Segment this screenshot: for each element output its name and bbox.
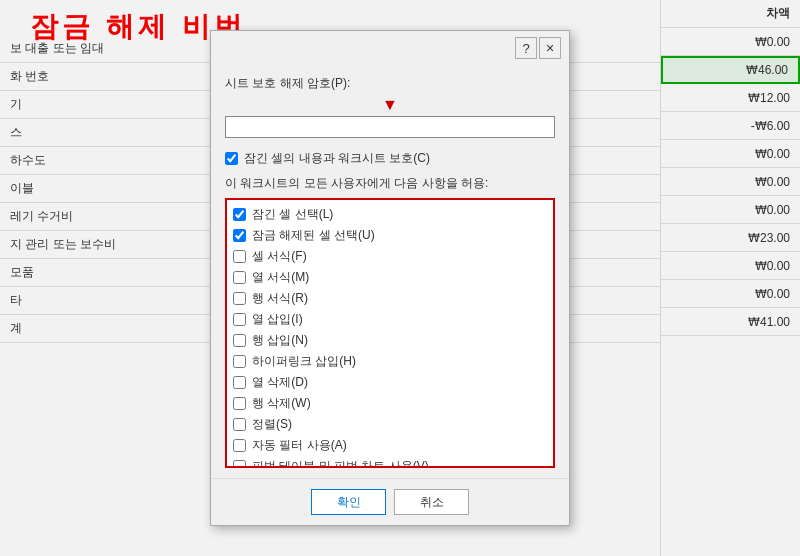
- list-item[interactable]: 열 삽입(I): [229, 309, 551, 330]
- permission-checkbox[interactable]: [233, 334, 246, 347]
- permission-checkbox[interactable]: [233, 397, 246, 410]
- list-item-label: 잠긴 셀 선택(L): [252, 206, 333, 223]
- worksheet-protect-checkbox[interactable]: [225, 152, 238, 165]
- permission-checkbox[interactable]: [233, 460, 246, 466]
- permission-checkbox[interactable]: [233, 313, 246, 326]
- permission-checkbox[interactable]: [233, 376, 246, 389]
- list-item-label: 자동 필터 사용(A): [252, 437, 347, 454]
- list-item-label: 행 삭제(W): [252, 395, 311, 412]
- list-item[interactable]: 하이퍼링크 삽입(H): [229, 351, 551, 372]
- list-item-label: 정렬(S): [252, 416, 292, 433]
- list-item-label: 열 삽입(I): [252, 311, 303, 328]
- permission-checkbox[interactable]: [233, 229, 246, 242]
- dialog-close-button[interactable]: ×: [539, 37, 561, 59]
- list-item-label: 행 서식(R): [252, 290, 308, 307]
- list-item[interactable]: 열 서식(M): [229, 267, 551, 288]
- permission-checkbox[interactable]: [233, 250, 246, 263]
- list-item[interactable]: 피벗 테이블 및 피벗 차트 사용(V): [229, 456, 551, 466]
- password-label: 시트 보호 해제 암호(P):: [225, 75, 555, 92]
- permission-checkbox[interactable]: [233, 355, 246, 368]
- permission-checkbox[interactable]: [233, 418, 246, 431]
- permission-checkbox[interactable]: [233, 208, 246, 221]
- dialog-title-buttons: ? ×: [515, 37, 561, 59]
- permission-list-container: 잠긴 셀 선택(L) 잠금 해제된 셀 선택(U) 셀 서식(F) 열 서식(M…: [225, 198, 555, 468]
- list-item-label: 잠금 해제된 셀 선택(U): [252, 227, 375, 244]
- list-item-label: 피벗 테이블 및 피벗 차트 사용(V): [252, 458, 429, 466]
- list-item-label: 열 서식(M): [252, 269, 309, 286]
- password-arrow-icon: ▼: [225, 96, 555, 114]
- list-item[interactable]: 셀 서식(F): [229, 246, 551, 267]
- list-item[interactable]: 행 서식(R): [229, 288, 551, 309]
- list-item-label: 열 삭제(D): [252, 374, 308, 391]
- permission-checkbox[interactable]: [233, 292, 246, 305]
- worksheet-protect-checkbox-row[interactable]: 잠긴 셀의 내용과 워크시트 보호(C): [225, 150, 555, 167]
- top-checkbox-section: 잠긴 셀의 내용과 워크시트 보호(C): [225, 150, 555, 167]
- dialog-footer: 확인 취소: [211, 478, 569, 525]
- list-item[interactable]: 잠금 해제된 셀 선택(U): [229, 225, 551, 246]
- list-item-label: 셀 서식(F): [252, 248, 307, 265]
- ok-button[interactable]: 확인: [311, 489, 386, 515]
- permission-checkbox[interactable]: [233, 439, 246, 452]
- permission-intro-label: 이 워크시트의 모든 사용자에게 다음 사항을 허용:: [225, 175, 555, 192]
- list-item-label: 행 삽입(N): [252, 332, 308, 349]
- list-item[interactable]: 행 삭제(W): [229, 393, 551, 414]
- list-item[interactable]: 정렬(S): [229, 414, 551, 435]
- permission-list[interactable]: 잠긴 셀 선택(L) 잠금 해제된 셀 선택(U) 셀 서식(F) 열 서식(M…: [227, 200, 553, 466]
- cancel-button[interactable]: 취소: [394, 489, 469, 515]
- protect-sheet-dialog: ? × 시트 보호 해제 암호(P): ▼ 잠긴 셀의 내용과 워크시트 보호(…: [210, 30, 570, 526]
- password-input-wrap: ▼: [225, 96, 555, 138]
- list-item[interactable]: 잠긴 셀 선택(L): [229, 204, 551, 225]
- password-input[interactable]: [225, 116, 555, 138]
- list-item[interactable]: 열 삭제(D): [229, 372, 551, 393]
- list-item[interactable]: 자동 필터 사용(A): [229, 435, 551, 456]
- dialog-titlebar: ? ×: [211, 31, 569, 65]
- permission-checkbox[interactable]: [233, 271, 246, 284]
- list-item-label: 하이퍼링크 삽입(H): [252, 353, 356, 370]
- list-item[interactable]: 행 삽입(N): [229, 330, 551, 351]
- dialog-help-button[interactable]: ?: [515, 37, 537, 59]
- dialog-body: 시트 보호 해제 암호(P): ▼ 잠긴 셀의 내용과 워크시트 보호(C) 이…: [211, 65, 569, 478]
- worksheet-protect-label: 잠긴 셀의 내용과 워크시트 보호(C): [244, 150, 430, 167]
